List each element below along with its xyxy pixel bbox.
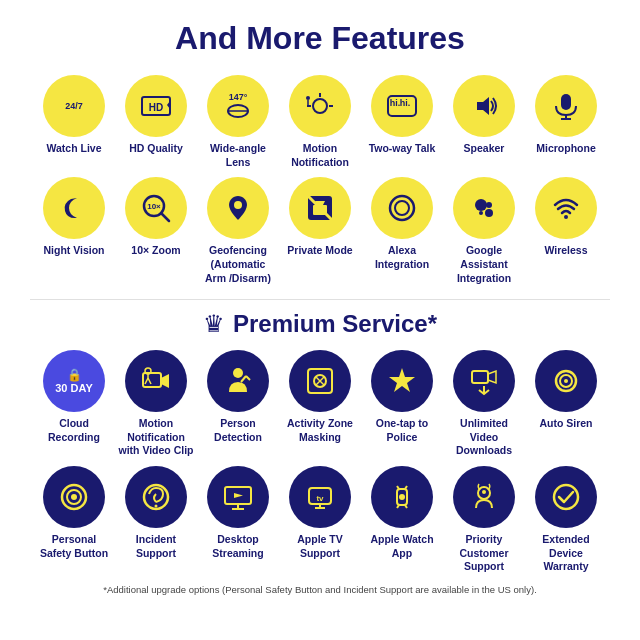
feature-label-geofencing: Geofencing (Automatic Arm /Disarm): [199, 244, 277, 285]
feature-icon-two-way: hi. hi.: [371, 75, 433, 137]
premium-motion-video: Motion Notification with Video Clip: [117, 350, 195, 458]
svg-marker-37: [161, 374, 169, 388]
feature-icon-microphone: [535, 75, 597, 137]
feature-label-alexa: Alexa Integration: [363, 244, 441, 271]
svg-marker-50: [488, 371, 496, 383]
premium-police: One-tap to Police: [363, 350, 441, 458]
feature-wireless: Wireless: [527, 177, 605, 285]
premium-icon-warranty: [535, 466, 597, 528]
feature-icon-zoom: 10×: [125, 177, 187, 239]
svg-point-11: [306, 96, 310, 100]
feature-label-watch-live: Watch Live: [46, 142, 101, 156]
feature-label-microphone: Microphone: [536, 142, 596, 156]
svg-text:24/7: 24/7: [65, 101, 83, 111]
svg-point-7: [313, 99, 327, 113]
premium-grid: 🔒 30 DAY Cloud Recording Motion Notifica…: [10, 350, 630, 574]
feature-label-motion: Motion Notification: [281, 142, 359, 169]
svg-point-33: [486, 202, 492, 208]
feature-label-zoom: 10× Zoom: [131, 244, 180, 258]
premium-icon-incident: [125, 466, 187, 528]
svg-text:10×: 10×: [147, 202, 161, 211]
premium-icon-safety: [43, 466, 105, 528]
premium-applewatch: Apple Watch App: [363, 466, 441, 574]
section-divider: [30, 299, 610, 300]
feature-night: Night Vision: [35, 177, 113, 285]
feature-icon-wide: 147°: [207, 75, 269, 137]
svg-point-54: [564, 379, 568, 383]
svg-line-44: [246, 376, 250, 380]
premium-label-activity: Activity Zone Masking: [281, 417, 359, 444]
premium-icon-activity: [289, 350, 351, 412]
premium-label-appletv: Apple TV Support: [281, 533, 359, 560]
feature-wide-angle: 147° Wide-angle Lens: [199, 75, 277, 169]
svg-point-57: [71, 494, 77, 500]
svg-point-34: [479, 211, 483, 215]
premium-label-person: Person Detection: [199, 417, 277, 444]
feature-icon-motion: [289, 75, 351, 137]
svg-marker-63: [234, 493, 243, 498]
feature-icon-wireless: [535, 177, 597, 239]
thirty-day-text: 30 DAY: [55, 382, 93, 394]
footnote: *Additional upgrade options (Personal Sa…: [10, 584, 630, 595]
premium-title: Premium Service*: [233, 310, 437, 338]
feature-label-wireless: Wireless: [544, 244, 587, 258]
svg-point-32: [485, 209, 493, 217]
premium-label-priority: Priority Customer Support: [445, 533, 523, 574]
premium-icon-cloud: 🔒 30 DAY: [43, 350, 105, 412]
premium-activity: Activity Zone Masking: [281, 350, 359, 458]
feature-hd-quality: HD HD Quality: [117, 75, 195, 169]
svg-line-21: [161, 213, 169, 221]
feature-zoom: 10× 10× Zoom: [117, 177, 195, 285]
premium-icon-video-dl: [453, 350, 515, 412]
premium-label-warranty: Extended Device Warranty: [527, 533, 605, 574]
premium-icon-motion-video: [125, 350, 187, 412]
premium-label-police: One-tap to Police: [363, 417, 441, 444]
svg-point-23: [234, 201, 242, 209]
svg-line-70: [405, 486, 407, 489]
premium-title-text: Premium Service: [233, 310, 428, 337]
svg-point-59: [155, 505, 158, 508]
svg-point-30: [395, 201, 409, 215]
feature-icon-private: [289, 177, 351, 239]
premium-label-desktop: Desktop Streaming: [199, 533, 277, 560]
feature-label-two-way: Two-way Talk: [369, 142, 436, 156]
premium-person: Person Detection: [199, 350, 277, 458]
feature-icon-hd: HD: [125, 75, 187, 137]
svg-rect-36: [143, 373, 161, 387]
premium-video-dl: Unlimited Video Downloads: [445, 350, 523, 458]
svg-point-29: [390, 196, 414, 220]
svg-rect-17: [561, 94, 571, 110]
svg-point-73: [399, 494, 405, 500]
svg-point-35: [564, 215, 568, 219]
svg-text:147°: 147°: [229, 92, 248, 102]
premium-icon-appletv: tv: [289, 466, 351, 528]
premium-asterisk: *: [428, 310, 437, 337]
feature-icon-alexa: [371, 177, 433, 239]
svg-marker-3: [167, 101, 170, 109]
svg-text:tv: tv: [316, 494, 324, 503]
feature-private: Private Mode: [281, 177, 359, 285]
feature-label-google: Google Assistant Integration: [445, 244, 523, 285]
svg-line-41: [148, 378, 151, 384]
svg-point-42: [233, 368, 243, 378]
feature-icon-google: [453, 177, 515, 239]
feature-label-night: Night Vision: [43, 244, 104, 258]
feature-label-wide: Wide-angle Lens: [199, 142, 277, 169]
feature-motion: Motion Notification: [281, 75, 359, 169]
feature-google: Google Assistant Integration: [445, 177, 523, 285]
svg-line-40: [145, 378, 148, 384]
svg-text:HD: HD: [149, 102, 163, 113]
premium-icon-priority: [453, 466, 515, 528]
svg-rect-27: [313, 205, 327, 215]
feature-label-hd: HD Quality: [129, 142, 183, 156]
premium-siren: Auto Siren: [527, 350, 605, 458]
feature-icon-geofencing: [207, 177, 269, 239]
svg-line-69: [397, 486, 399, 489]
premium-label-cloud: Cloud Recording: [35, 417, 113, 444]
crown-icon: ♛: [203, 310, 225, 338]
feature-two-way: hi. hi. Two-way Talk: [363, 75, 441, 169]
feature-label-private: Private Mode: [287, 244, 352, 258]
premium-safety: Personal Safety Button: [35, 466, 113, 574]
feature-geofencing: Geofencing (Automatic Arm /Disarm): [199, 177, 277, 285]
svg-line-71: [397, 505, 399, 508]
